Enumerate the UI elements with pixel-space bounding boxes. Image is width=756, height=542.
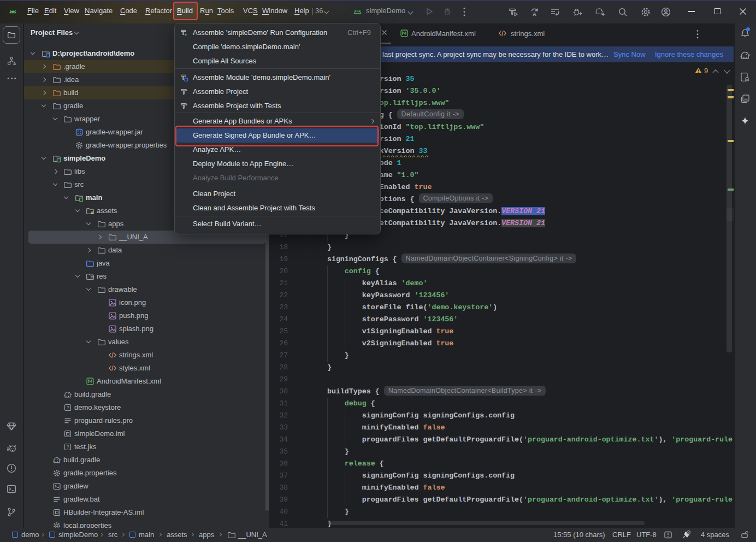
svg-text:A: A (533, 11, 536, 17)
